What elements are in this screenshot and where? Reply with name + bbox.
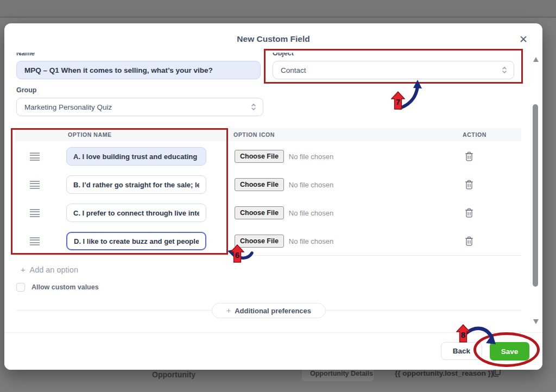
- options-table-header: OPTION NAME OPTION ICON ACTION: [15, 128, 521, 141]
- choose-file-button[interactable]: Choose File: [235, 235, 284, 248]
- background-divider-line: [0, 16, 556, 18]
- add-option-link[interactable]: +Add an option: [21, 265, 78, 274]
- page: Opportunity Opportunity Details {{ oppor…: [0, 0, 556, 392]
- scroll-down-arrow[interactable]: [533, 319, 539, 324]
- file-input: Choose File No file chosen: [235, 206, 333, 219]
- object-field-label: Object: [273, 53, 294, 57]
- option-name-input[interactable]: [66, 175, 206, 194]
- delete-option-button[interactable]: [465, 180, 473, 192]
- option-row: Choose File No file chosen: [15, 147, 521, 166]
- chevron-up-down-icon: [502, 66, 507, 74]
- modal-footer: Back Save: [4, 332, 542, 370]
- background-opportunity-details-label: Opportunity Details: [310, 370, 373, 377]
- choose-file-button[interactable]: Choose File: [235, 150, 284, 163]
- background-top-band: [0, 0, 556, 17]
- drag-handle-icon[interactable]: [30, 181, 40, 189]
- object-select[interactable]: Contact: [273, 61, 514, 79]
- trash-icon: [465, 180, 473, 189]
- scroll-up-arrow[interactable]: [533, 57, 539, 62]
- column-header-option-icon: OPTION ICON: [233, 131, 275, 138]
- plus-icon: +: [21, 265, 25, 274]
- column-header-action: ACTION: [463, 131, 486, 138]
- choose-file-button[interactable]: Choose File: [235, 206, 284, 219]
- additional-preferences-label: Additional preferences: [235, 307, 311, 315]
- add-option-label: Add an option: [29, 265, 78, 274]
- trash-icon: [465, 236, 473, 246]
- allow-custom-values-checkbox[interactable]: [16, 283, 25, 292]
- file-input: Choose File No file chosen: [235, 178, 333, 191]
- trash-icon: [465, 151, 473, 161]
- modal-title: New Custom Field: [4, 34, 542, 44]
- option-name-input[interactable]: [66, 204, 206, 222]
- name-input[interactable]: [16, 61, 261, 79]
- option-row: Choose File No file chosen: [15, 204, 521, 222]
- trash-icon: [465, 208, 473, 218]
- object-select-value: Contact: [281, 66, 306, 74]
- group-select-value: Marketing Personality Quiz: [24, 103, 112, 111]
- file-input: Choose File No file chosen: [235, 235, 333, 248]
- group-field-label: Group: [16, 86, 37, 94]
- chevron-up-down-icon: [251, 103, 256, 111]
- new-custom-field-modal: New Custom Field ✕ Name Object Contact G…: [4, 23, 542, 370]
- delete-option-button[interactable]: [465, 151, 473, 163]
- delete-option-button[interactable]: [465, 208, 473, 220]
- background-field-token: {{ opportunity.lost_reason }}: [395, 369, 494, 377]
- option-row: Choose File No file chosen: [15, 232, 521, 250]
- modal-content: Name Object Contact Group Marketing Pers…: [4, 53, 542, 332]
- back-button[interactable]: Back: [441, 342, 482, 360]
- option-name-input[interactable]: [66, 232, 206, 250]
- group-select[interactable]: Marketing Personality Quiz: [16, 98, 263, 116]
- close-icon[interactable]: ✕: [516, 32, 530, 46]
- drag-handle-icon[interactable]: [30, 153, 40, 161]
- file-status-text: No file chosen: [289, 237, 333, 245]
- file-status-text: No file chosen: [289, 153, 333, 161]
- modal-header: New Custom Field ✕: [4, 23, 542, 53]
- save-button[interactable]: Save: [490, 342, 529, 361]
- additional-preferences-button[interactable]: + Additional preferences: [212, 303, 326, 318]
- allow-custom-values-row: Allow custom values: [16, 283, 99, 292]
- option-name-input[interactable]: [66, 147, 206, 166]
- choose-file-button[interactable]: Choose File: [235, 178, 284, 191]
- scrollbar-thumb[interactable]: [533, 104, 538, 287]
- background-opportunity-label: Opportunity: [152, 370, 195, 379]
- delete-option-button[interactable]: [465, 236, 473, 248]
- file-input: Choose File No file chosen: [235, 150, 333, 163]
- file-status-text: No file chosen: [289, 181, 333, 189]
- option-row: Choose File No file chosen: [15, 175, 521, 194]
- allow-custom-values-label: Allow custom values: [31, 283, 99, 291]
- modal-scrollbar: [532, 23, 540, 370]
- file-status-text: No file chosen: [289, 209, 333, 217]
- table-bottom-divider: [15, 255, 521, 256]
- column-header-option-name: OPTION NAME: [68, 131, 112, 138]
- name-field-label: Name: [16, 53, 35, 57]
- drag-handle-icon[interactable]: [30, 209, 40, 217]
- plus-icon: +: [226, 306, 231, 315]
- drag-handle-icon[interactable]: [30, 237, 40, 245]
